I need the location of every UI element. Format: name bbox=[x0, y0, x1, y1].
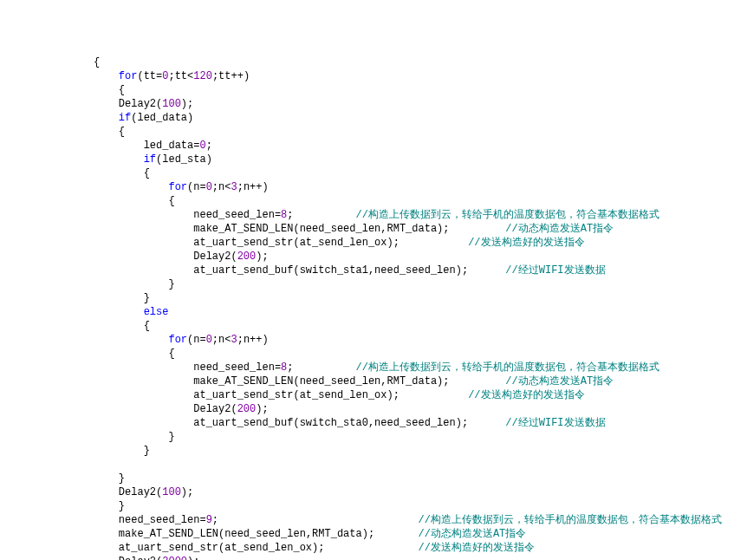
token: if bbox=[119, 112, 131, 124]
code-line: Delay2(100); bbox=[0, 97, 747, 111]
token: { bbox=[168, 348, 174, 360]
comment: //经过WIFI发送数据 bbox=[505, 417, 605, 429]
comment: //发送构造好的发送指令 bbox=[468, 237, 584, 249]
token: Delay2 bbox=[193, 251, 231, 263]
token: Delay2 bbox=[119, 486, 156, 498]
token: ); bbox=[312, 542, 324, 554]
token: { bbox=[119, 84, 125, 96]
token: ); bbox=[181, 486, 193, 498]
code-line: } bbox=[0, 444, 747, 458]
code-line: } bbox=[0, 277, 747, 291]
token: ; bbox=[212, 70, 218, 82]
token: ) bbox=[187, 112, 193, 124]
code-line bbox=[0, 458, 747, 472]
token: at_send_len_ox bbox=[224, 542, 312, 554]
token: at_uart_send_str bbox=[193, 237, 293, 249]
token: = bbox=[199, 514, 205, 526]
token: 0 bbox=[199, 140, 205, 152]
token: else bbox=[144, 306, 169, 318]
token: 3 bbox=[231, 334, 237, 346]
token: at_uart_send_buf bbox=[193, 417, 293, 429]
token: , bbox=[368, 417, 374, 429]
token: ; bbox=[237, 181, 244, 193]
token: ( bbox=[293, 264, 299, 277]
token: make_AT_SEND_LEN bbox=[119, 528, 218, 540]
token: RMT_data bbox=[387, 223, 438, 235]
token: 100 bbox=[162, 98, 181, 110]
code-line: for(n=0;n<3;n++) bbox=[0, 333, 747, 347]
token: 9 bbox=[206, 514, 212, 526]
token: ( bbox=[231, 403, 237, 415]
token: , bbox=[380, 375, 386, 387]
code-line: at_uart_send_str(at_send_len_ox); //发送构造… bbox=[0, 388, 747, 402]
token: need_seed_len bbox=[119, 514, 200, 526]
token: ); bbox=[387, 237, 399, 249]
token: tt bbox=[175, 70, 187, 82]
token: ); bbox=[456, 417, 468, 429]
token: RMT_data bbox=[312, 528, 362, 540]
token: at_uart_send_str bbox=[119, 542, 218, 554]
token: 200 bbox=[237, 251, 257, 263]
token: need_seed_len bbox=[224, 528, 306, 540]
code-line: { bbox=[0, 166, 747, 180]
code-line: make_AT_SEND_LEN(need_seed_len,RMT_data)… bbox=[0, 222, 747, 236]
comment: //动态构造发送AT指令 bbox=[419, 528, 527, 540]
code-line: { bbox=[0, 194, 747, 208]
token: { bbox=[119, 126, 125, 138]
token: ); bbox=[437, 375, 449, 387]
token: make_AT_SEND_LEN bbox=[193, 375, 293, 387]
token: = bbox=[275, 361, 281, 374]
token: for bbox=[168, 334, 187, 346]
code-line: } bbox=[0, 472, 747, 485]
code-line: led_data=0; bbox=[0, 139, 747, 153]
token: } bbox=[119, 472, 125, 485]
token: ); bbox=[362, 528, 374, 540]
token: { bbox=[144, 320, 150, 332]
token: led_data bbox=[144, 140, 194, 152]
comment: //构造上传数据到云，转给手机的温度数据包，符合基本数据格式 bbox=[419, 514, 722, 526]
code-line: need_seed_len=8; //构造上传数据到云，转给手机的温度数据包，符… bbox=[0, 361, 747, 374]
token: RMT_data bbox=[387, 375, 438, 387]
token: at_send_len_ox bbox=[300, 389, 387, 401]
token: = bbox=[199, 181, 205, 193]
token: ( bbox=[231, 251, 237, 263]
token: , bbox=[380, 223, 386, 235]
token: tt bbox=[144, 70, 156, 82]
code-line: at_uart_send_buf(switch_sta0,need_seed_l… bbox=[0, 416, 747, 430]
token: need_seed_len bbox=[300, 375, 381, 387]
token: led_data bbox=[137, 112, 187, 124]
code-line: make_AT_SEND_LEN(need_seed_len,RMT_data)… bbox=[0, 527, 747, 541]
code-line: { bbox=[0, 55, 747, 69]
token: led_sta bbox=[162, 153, 205, 166]
token: ) bbox=[206, 153, 212, 166]
code-line: need_seed_len=8; //构造上传数据到云，转给手机的温度数据包，符… bbox=[0, 208, 747, 222]
token: 0 bbox=[206, 334, 212, 346]
token: need_seed_len bbox=[374, 417, 456, 429]
token: ; bbox=[237, 334, 244, 346]
code-line: Delay2(200); bbox=[0, 250, 747, 264]
token: ; bbox=[168, 70, 174, 82]
code-line: { bbox=[0, 319, 747, 333]
token: ; bbox=[212, 181, 218, 193]
token: for bbox=[168, 181, 187, 193]
token: ; bbox=[212, 514, 218, 526]
token: ++) bbox=[231, 70, 250, 82]
token: for bbox=[119, 70, 138, 82]
code-line: } bbox=[0, 499, 747, 513]
token: ( bbox=[293, 417, 299, 429]
token: ( bbox=[293, 389, 299, 401]
code-line: at_uart_send_str(at_send_len_ox); //发送构造… bbox=[0, 541, 747, 555]
code-line: else bbox=[0, 305, 747, 319]
code-line: Delay2(200); bbox=[0, 402, 747, 416]
token: switch_sta0 bbox=[300, 417, 368, 429]
token: ); bbox=[256, 403, 268, 415]
token: { bbox=[144, 167, 150, 179]
code-line: make_AT_SEND_LEN(need_seed_len,RMT_data)… bbox=[0, 374, 747, 388]
token: if bbox=[144, 153, 156, 166]
code-line: { bbox=[0, 347, 747, 361]
code-line: { bbox=[0, 83, 747, 97]
comment: //经过WIFI发送数据 bbox=[505, 264, 605, 277]
code-line: { bbox=[0, 125, 747, 139]
token: 0 bbox=[206, 181, 212, 193]
code-line: if(led_data) bbox=[0, 111, 747, 125]
